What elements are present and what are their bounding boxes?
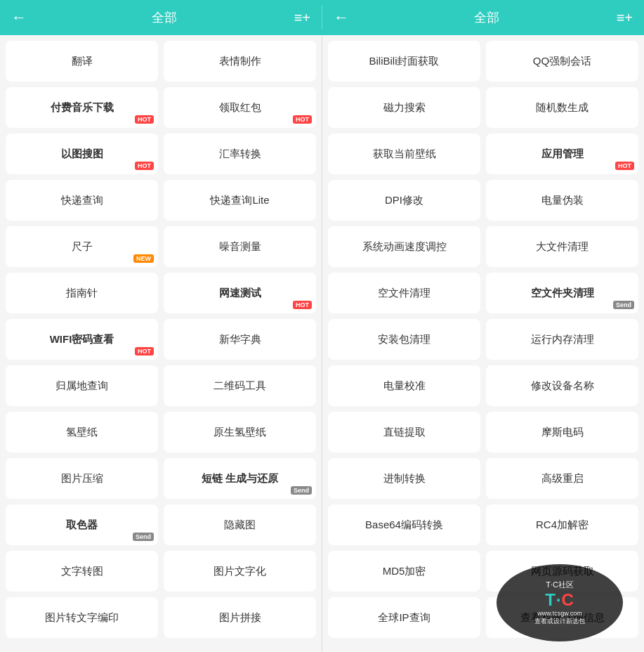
cell-label: 电量校准 [383,379,426,393]
list-item[interactable]: 空文件夹清理Send [486,273,638,313]
cell-label: 查看权限详细信息 [520,611,605,625]
list-item[interactable]: 付费音乐下载HOT [6,87,158,128]
list-item[interactable]: 网页源码获取 [486,551,638,592]
cell-label: 获取当前壁纸 [373,148,436,161]
cell-label: 表情制作 [219,55,261,68]
badge: HOT [135,115,154,124]
list-item[interactable]: BiliBili封面获取 [328,41,480,82]
list-item[interactable]: 文字转图 [6,551,158,592]
list-item[interactable]: 取色器Send [6,504,158,545]
list-item[interactable]: 领取红包HOT [164,87,316,128]
cell-label: RC4加解密 [536,519,589,532]
left-back-icon[interactable]: ← [11,8,27,27]
row: 获取当前壁纸应用管理HOT [328,133,638,174]
cell-label: 空文件夹清理 [531,287,594,300]
badge: HOT [293,301,312,309]
list-item[interactable]: 全球IP查询 [328,597,480,638]
list-item[interactable]: 网速测试HOT [164,273,316,313]
list-item[interactable]: 电量伪装 [486,180,638,221]
row: 安装包清理运行内存清理 [328,319,638,360]
list-item[interactable]: 快递查询Lite [164,180,316,221]
cell-label: WIFI密码查看 [50,333,114,346]
list-item[interactable]: 查看权限详细信息 [486,597,638,638]
list-item[interactable]: 图片转文字编印 [6,597,158,638]
list-item[interactable]: 安装包清理 [328,319,480,360]
list-item[interactable]: QQ强制会话 [486,41,638,82]
badge: HOT [615,162,634,170]
cell-label: 大文件清理 [536,240,589,254]
list-item[interactable]: 快递查询 [6,180,158,221]
cell-label: 氢壁纸 [66,426,98,439]
cell-label: 隐藏图 [224,519,256,532]
list-item[interactable]: 空文件清理 [328,273,480,313]
right-back-icon[interactable]: ← [334,8,349,27]
cell-label: 付费音乐下载 [51,101,114,115]
list-item[interactable]: 指南针 [6,273,158,313]
list-item[interactable]: 图片拼接 [164,597,316,638]
list-item[interactable]: 隐藏图 [164,504,316,545]
list-item[interactable]: 大文件清理 [486,226,638,267]
list-item[interactable]: 修改设备名称 [486,365,638,406]
list-item[interactable]: 以图搜图HOT [6,133,158,174]
row: 电量校准修改设备名称 [328,365,638,406]
badge: HOT [135,162,154,170]
list-item[interactable]: 二维码工具 [164,365,316,406]
list-item[interactable]: 进制转换 [328,458,480,499]
list-item[interactable]: 摩斯电码 [486,412,638,452]
list-item[interactable]: 电量校准 [328,365,480,406]
badge: HOT [293,115,312,124]
list-item[interactable]: 运行内存清理 [486,319,638,360]
list-item[interactable]: 表情制作 [164,41,316,82]
cell-label: DPI修改 [385,194,423,207]
list-item[interactable]: DPI修改 [328,180,480,221]
cell-label: 空文件清理 [378,287,431,300]
cell-label: 图片转文字编印 [45,611,119,625]
list-item[interactable]: RC4加解密 [486,504,638,545]
row: 取色器Send隐藏图 [6,504,316,545]
list-item[interactable]: 图片文字化 [164,551,316,592]
list-item[interactable]: 尺子NEW [6,226,158,267]
row: 尺子NEW噪音测量 [6,226,316,267]
row: 进制转换高级重启 [328,458,638,499]
list-item[interactable]: 汇率转换 [164,133,316,174]
list-item[interactable]: 噪音测量 [164,226,316,267]
row: 以图搜图HOT汇率转换 [6,133,316,174]
list-item[interactable]: 系统动画速度调控 [328,226,480,267]
left-add-icon[interactable]: ≡+ [294,10,310,26]
row: DPI修改电量伪装 [328,180,638,221]
row: 系统动画速度调控大文件清理 [328,226,638,267]
row: MD5加密网页源码获取 [328,551,638,592]
list-item[interactable]: MD5加密 [328,551,480,592]
cell-label: 运行内存清理 [531,333,594,346]
right-add-icon[interactable]: ≡+ [617,10,633,26]
cell-label: 取色器 [66,519,98,532]
row: 付费音乐下载HOT领取红包HOT [6,87,316,128]
cell-label: 文字转图 [61,565,103,578]
cell-label: 噪音测量 [219,240,261,254]
list-item[interactable]: 应用管理HOT [486,133,638,174]
list-item[interactable]: 获取当前壁纸 [328,133,480,174]
cell-label: 进制转换 [383,472,426,485]
cell-label: 修改设备名称 [531,379,594,393]
list-item[interactable]: 图片压缩 [6,458,158,499]
list-item[interactable]: 短链 生成与还原Send [164,458,316,499]
row: 磁力搜索随机数生成 [328,87,638,128]
list-item[interactable]: 原生氢壁纸 [164,412,316,452]
content-area: 翻译表情制作付费音乐下载HOT领取红包HOT以图搜图HOT汇率转换快递查询快递查… [0,35,644,652]
list-item[interactable]: 翻译 [6,41,158,82]
list-item[interactable]: 新华字典 [164,319,316,360]
list-item[interactable]: 氢壁纸 [6,412,158,452]
list-item[interactable]: 高级重启 [486,458,638,499]
right-panel-title: 全部 [357,9,617,26]
row: 空文件清理空文件夹清理Send [328,273,638,313]
list-item[interactable]: 随机数生成 [486,87,638,128]
list-item[interactable]: 磁力搜索 [328,87,480,128]
cell-label: 全球IP查询 [378,611,430,625]
list-item[interactable]: WIFI密码查看HOT [6,319,158,360]
badge: Send [133,533,154,541]
right-panel: BiliBili封面获取QQ强制会话磁力搜索随机数生成获取当前壁纸应用管理HOT… [322,35,644,652]
list-item[interactable]: 直链提取 [328,412,480,452]
list-item[interactable]: 归属地查询 [6,365,158,406]
row: 翻译表情制作 [6,41,316,82]
list-item[interactable]: Base64编码转换 [328,504,480,545]
